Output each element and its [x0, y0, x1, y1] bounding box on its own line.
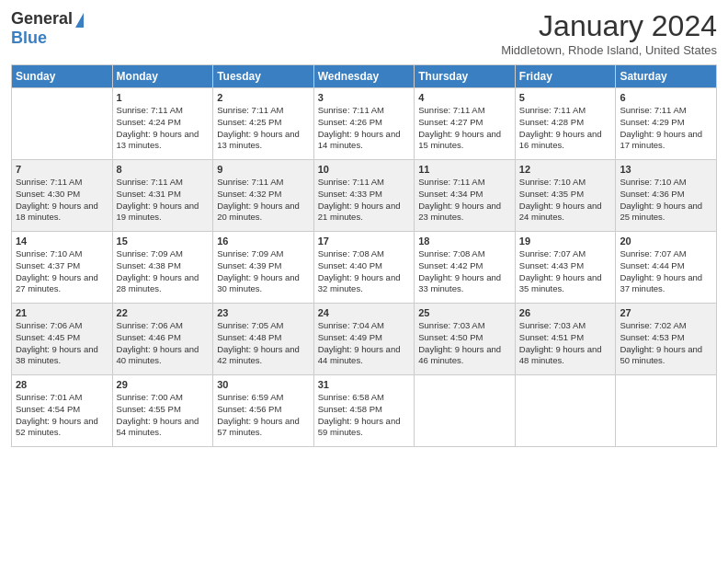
date-number: 16 — [217, 236, 310, 247]
cell-info: Sunrise: 7:11 AMSunset: 4:33 PMDaylight:… — [318, 177, 401, 222]
cell-info: Sunrise: 7:11 AMSunset: 4:34 PMDaylight:… — [418, 177, 501, 222]
col-monday: Monday — [112, 65, 213, 88]
table-row: 9Sunrise: 7:11 AMSunset: 4:32 PMDaylight… — [213, 160, 314, 232]
table-row: 17Sunrise: 7:08 AMSunset: 4:40 PMDayligh… — [313, 232, 415, 304]
cell-info: Sunrise: 7:11 AMSunset: 4:27 PMDaylight:… — [418, 105, 501, 150]
date-number: 10 — [318, 164, 411, 175]
table-row: 21Sunrise: 7:06 AMSunset: 4:45 PMDayligh… — [12, 304, 113, 375]
cell-info: Sunrise: 7:04 AMSunset: 4:49 PMDaylight:… — [318, 320, 401, 365]
date-number: 5 — [519, 92, 612, 103]
page-container: General Blue January 2024 Middletown, Rh… — [0, 0, 728, 454]
table-row: 1Sunrise: 7:11 AMSunset: 4:24 PMDaylight… — [112, 88, 213, 160]
date-number: 11 — [418, 164, 511, 175]
col-sunday: Sunday — [12, 65, 113, 88]
date-number: 30 — [217, 379, 310, 390]
date-number: 24 — [318, 307, 411, 318]
date-number: 2 — [217, 92, 310, 103]
date-number: 8 — [117, 164, 210, 175]
date-number: 22 — [117, 307, 210, 318]
date-number: 13 — [620, 164, 712, 175]
cell-info: Sunrise: 7:11 AMSunset: 4:30 PMDaylight:… — [16, 177, 98, 222]
logo-general: General — [11, 9, 73, 29]
date-number: 6 — [620, 92, 712, 103]
table-row: 23Sunrise: 7:05 AMSunset: 4:48 PMDayligh… — [213, 304, 314, 375]
date-number: 7 — [16, 164, 108, 175]
date-number: 15 — [117, 236, 210, 247]
date-number: 28 — [16, 379, 108, 390]
cell-info: Sunrise: 7:11 AMSunset: 4:25 PMDaylight:… — [217, 105, 300, 150]
location-title: Middletown, Rhode Island, United States — [501, 43, 717, 57]
cell-info: Sunrise: 7:06 AMSunset: 4:46 PMDaylight:… — [117, 320, 199, 365]
table-row: 15Sunrise: 7:09 AMSunset: 4:38 PMDayligh… — [112, 232, 213, 304]
table-row: 3Sunrise: 7:11 AMSunset: 4:26 PMDaylight… — [313, 88, 415, 160]
table-row: 30Sunrise: 6:59 AMSunset: 4:56 PMDayligh… — [213, 375, 314, 447]
date-number: 23 — [217, 307, 310, 318]
table-row — [12, 88, 113, 160]
table-row: 29Sunrise: 7:00 AMSunset: 4:55 PMDayligh… — [112, 375, 213, 447]
table-row: 31Sunrise: 6:58 AMSunset: 4:58 PMDayligh… — [313, 375, 415, 447]
date-number: 25 — [418, 307, 511, 318]
cell-info: Sunrise: 7:11 AMSunset: 4:29 PMDaylight:… — [620, 105, 702, 150]
table-row: 27Sunrise: 7:02 AMSunset: 4:53 PMDayligh… — [616, 304, 717, 375]
table-row: 7Sunrise: 7:11 AMSunset: 4:30 PMDaylight… — [12, 160, 113, 232]
cell-info: Sunrise: 7:10 AMSunset: 4:36 PMDaylight:… — [620, 177, 702, 222]
table-row: 2Sunrise: 7:11 AMSunset: 4:25 PMDaylight… — [213, 88, 314, 160]
cell-info: Sunrise: 7:10 AMSunset: 4:35 PMDaylight:… — [519, 177, 602, 222]
cell-info: Sunrise: 7:05 AMSunset: 4:48 PMDaylight:… — [217, 320, 300, 365]
cell-info: Sunrise: 7:08 AMSunset: 4:40 PMDaylight:… — [318, 248, 401, 293]
date-number: 3 — [318, 92, 411, 103]
col-saturday: Saturday — [616, 65, 717, 88]
table-row: 4Sunrise: 7:11 AMSunset: 4:27 PMDaylight… — [415, 88, 516, 160]
date-number: 12 — [519, 164, 612, 175]
calendar-week-row: 14Sunrise: 7:10 AMSunset: 4:37 PMDayligh… — [12, 232, 717, 304]
cell-info: Sunrise: 7:11 AMSunset: 4:32 PMDaylight:… — [217, 177, 300, 222]
cell-info: Sunrise: 7:06 AMSunset: 4:45 PMDaylight:… — [16, 320, 98, 365]
logo: General Blue — [11, 9, 84, 48]
cell-info: Sunrise: 7:09 AMSunset: 4:39 PMDaylight:… — [217, 248, 300, 293]
table-row: 18Sunrise: 7:08 AMSunset: 4:42 PMDayligh… — [415, 232, 516, 304]
cell-info: Sunrise: 6:58 AMSunset: 4:58 PMDaylight:… — [318, 392, 401, 437]
calendar-week-row: 1Sunrise: 7:11 AMSunset: 4:24 PMDaylight… — [12, 88, 717, 160]
col-friday: Friday — [515, 65, 616, 88]
cell-info: Sunrise: 7:01 AMSunset: 4:54 PMDaylight:… — [16, 392, 98, 437]
table-row: 8Sunrise: 7:11 AMSunset: 4:31 PMDaylight… — [112, 160, 213, 232]
date-number: 19 — [519, 236, 612, 247]
month-title: January 2024 — [501, 9, 717, 43]
col-tuesday: Tuesday — [213, 65, 314, 88]
table-row: 19Sunrise: 7:07 AMSunset: 4:43 PMDayligh… — [515, 232, 616, 304]
table-row: 24Sunrise: 7:04 AMSunset: 4:49 PMDayligh… — [313, 304, 415, 375]
title-area: January 2024 Middletown, Rhode Island, U… — [501, 9, 717, 57]
table-row — [415, 375, 516, 447]
cell-info: Sunrise: 7:07 AMSunset: 4:44 PMDaylight:… — [620, 248, 702, 293]
calendar-week-row: 28Sunrise: 7:01 AMSunset: 4:54 PMDayligh… — [12, 375, 717, 447]
cell-info: Sunrise: 7:11 AMSunset: 4:26 PMDaylight:… — [318, 105, 401, 150]
calendar-header-row: Sunday Monday Tuesday Wednesday Thursday… — [12, 65, 717, 88]
date-number: 4 — [418, 92, 511, 103]
cell-info: Sunrise: 7:07 AMSunset: 4:43 PMDaylight:… — [519, 248, 602, 293]
table-row: 10Sunrise: 7:11 AMSunset: 4:33 PMDayligh… — [313, 160, 415, 232]
date-number: 27 — [620, 307, 712, 318]
calendar-table: Sunday Monday Tuesday Wednesday Thursday… — [11, 64, 717, 447]
col-wednesday: Wednesday — [313, 65, 415, 88]
date-number: 14 — [16, 236, 108, 247]
calendar-week-row: 21Sunrise: 7:06 AMSunset: 4:45 PMDayligh… — [12, 304, 717, 375]
table-row: 28Sunrise: 7:01 AMSunset: 4:54 PMDayligh… — [12, 375, 113, 447]
cell-info: Sunrise: 7:09 AMSunset: 4:38 PMDaylight:… — [117, 248, 199, 293]
table-row: 25Sunrise: 7:03 AMSunset: 4:50 PMDayligh… — [415, 304, 516, 375]
cell-info: Sunrise: 7:03 AMSunset: 4:50 PMDaylight:… — [418, 320, 501, 365]
cell-info: Sunrise: 7:02 AMSunset: 4:53 PMDaylight:… — [620, 320, 702, 365]
col-thursday: Thursday — [415, 65, 516, 88]
header: General Blue January 2024 Middletown, Rh… — [11, 9, 717, 57]
table-row: 20Sunrise: 7:07 AMSunset: 4:44 PMDayligh… — [616, 232, 717, 304]
table-row: 12Sunrise: 7:10 AMSunset: 4:35 PMDayligh… — [515, 160, 616, 232]
date-number: 9 — [217, 164, 310, 175]
table-row: 22Sunrise: 7:06 AMSunset: 4:46 PMDayligh… — [112, 304, 213, 375]
table-row: 13Sunrise: 7:10 AMSunset: 4:36 PMDayligh… — [616, 160, 717, 232]
date-number: 31 — [318, 379, 411, 390]
table-row: 11Sunrise: 7:11 AMSunset: 4:34 PMDayligh… — [415, 160, 516, 232]
cell-info: Sunrise: 7:11 AMSunset: 4:31 PMDaylight:… — [117, 177, 199, 222]
date-number: 26 — [519, 307, 612, 318]
table-row: 6Sunrise: 7:11 AMSunset: 4:29 PMDaylight… — [616, 88, 717, 160]
date-number: 18 — [418, 236, 511, 247]
date-number: 20 — [620, 236, 712, 247]
